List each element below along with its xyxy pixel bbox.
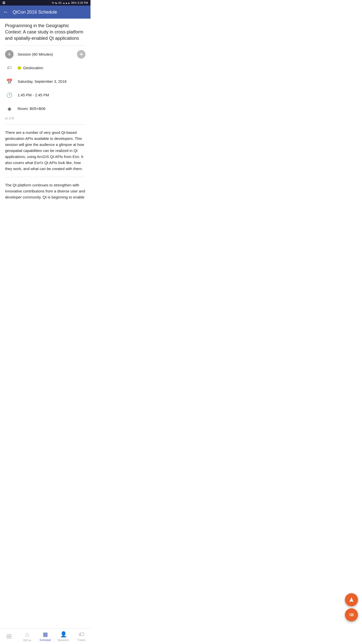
time-row: 🕐 1:45 PM - 2:45 PM — [5, 88, 85, 102]
calendar-icon-container: 📅 — [5, 77, 14, 86]
star-icon: ★ — [79, 52, 83, 57]
track-row: 🏷 Geolocation — [5, 61, 85, 75]
description-2: The Qt platform continues to strengthen … — [5, 179, 85, 203]
app-bar: ← QtCon 2016 Schedule — [0, 6, 90, 19]
clock-icon-container: 🕐 — [5, 91, 14, 99]
divider-1 — [5, 45, 85, 46]
content-area: Programming in the Geographic Context: A… — [0, 19, 90, 228]
calendar-icon: 📅 — [6, 78, 13, 85]
direction-icon-container: ◆ — [5, 104, 14, 113]
time-label: 6:26 PM — [78, 1, 88, 4]
geo-dot — [18, 66, 21, 70]
back-button[interactable]: ← — [3, 9, 9, 15]
track-text: Geolocation — [23, 66, 43, 70]
direction-icon: ◆ — [8, 106, 11, 112]
room-text: Room: B05+B06 — [18, 106, 85, 111]
wifi-icon: ▾▴ — [55, 2, 57, 4]
divider-2 — [5, 124, 85, 125]
session-type-row: S Session (60 Minutes) ★ — [5, 48, 85, 61]
date-text: Saturday, September 3, 2016 — [18, 79, 85, 84]
app-bar-title: QtCon 2016 Schedule — [13, 10, 57, 15]
track-icon-container: 🏷 — [5, 64, 14, 72]
favorite-button[interactable]: ★ — [77, 50, 85, 59]
session-type-icon: S — [5, 50, 14, 59]
time-text: 1:45 PM - 2:45 PM — [18, 93, 85, 97]
clock-icon: 🕐 — [6, 92, 13, 98]
lte-label: 4G — [58, 2, 62, 4]
room-row: ◆ Room: B05+B06 — [5, 102, 85, 115]
description-1: There are a number of very good Qt-based… — [5, 127, 85, 175]
session-id: id 379 — [5, 115, 85, 122]
battery-label: 96% — [71, 1, 77, 4]
status-bar-left: 🖼 — [3, 1, 5, 4]
session-type-text: Session (60 Minutes) — [18, 52, 77, 56]
network-icon: N — [52, 2, 54, 4]
divider-3 — [5, 177, 85, 177]
geo-row: Geolocation — [18, 66, 43, 70]
photo-icon: 🖼 — [3, 1, 5, 4]
signal-icon: ▲▲▲ — [63, 2, 70, 4]
session-title: Programming in the Geographic Context: A… — [5, 23, 85, 42]
date-row: 📅 Saturday, September 3, 2016 — [5, 75, 85, 88]
status-bar-right: N ▾▴ 4G ▲▲▲ 96% 6:26 PM — [52, 1, 88, 4]
status-bar: 🖼 N ▾▴ 4G ▲▲▲ 96% 6:26 PM — [0, 0, 90, 6]
tag-icon: 🏷 — [7, 65, 12, 70]
